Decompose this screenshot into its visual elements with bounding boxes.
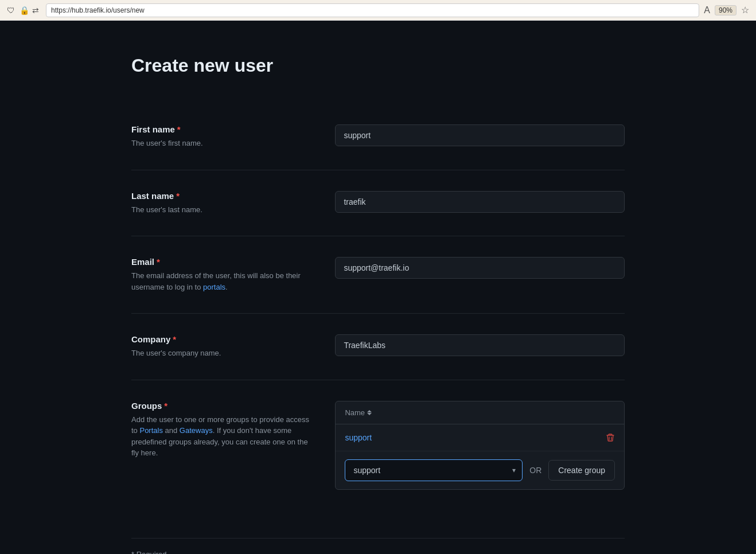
email-input-wrapper — [335, 257, 625, 279]
email-label-section: Email* The email address of the user, th… — [131, 257, 312, 292]
last-name-label: Last name* — [131, 191, 312, 201]
create-group-button[interactable]: Create group — [548, 460, 615, 481]
gateways-link[interactable]: Gateways — [180, 426, 213, 435]
bookmark-icon[interactable]: ☆ — [741, 5, 749, 15]
required-marker: * — [177, 124, 181, 134]
groups-label-section: Groups* Add the user to one or more grou… — [131, 401, 312, 459]
company-label: Company* — [131, 334, 312, 344]
last-name-row: Last name* The user's last name. — [131, 170, 625, 237]
company-row: Company* The user's company name. — [131, 314, 625, 380]
group-select-wrapper: support ▾ — [345, 459, 523, 481]
portals-link[interactable]: portals — [203, 283, 225, 291]
company-input-wrapper — [335, 334, 625, 356]
last-name-label-section: Last name* The user's last name. — [131, 191, 312, 216]
url-text: https://hub.traefik.io/users/new — [51, 6, 145, 14]
first-name-label-section: First name* The user's first name. — [131, 124, 312, 149]
email-input[interactable] — [335, 257, 625, 279]
groups-row: Groups* Add the user to one or more grou… — [131, 380, 625, 510]
first-name-input[interactable] — [335, 124, 625, 146]
browser-bar: 🛡 🔒 ⇄ https://hub.traefik.io/users/new A… — [0, 0, 756, 21]
group-table-row: support — [336, 424, 624, 451]
first-name-label: First name* — [131, 124, 312, 134]
sort-icon — [367, 410, 372, 415]
email-row: Email* The email address of the user, th… — [131, 236, 625, 314]
group-name-cell: support — [345, 433, 372, 442]
form-footer: * Required Cancel Create — [131, 538, 625, 555]
company-label-section: Company* The user's company name. — [131, 334, 312, 359]
page-container: Create new user First name* The user's f… — [120, 21, 636, 554]
portals-link2[interactable]: Portals — [139, 426, 162, 435]
company-input[interactable] — [335, 334, 625, 356]
company-description: The user's company name. — [131, 348, 312, 359]
browser-icons: 🛡 🔒 ⇄ — [7, 6, 41, 15]
required-note: * Required — [131, 550, 625, 555]
first-name-description: The user's first name. — [131, 138, 312, 149]
page-title: Create new user — [131, 55, 625, 76]
email-label: Email* — [131, 257, 312, 267]
delete-group-button[interactable] — [606, 432, 615, 443]
first-name-input-wrapper — [335, 124, 625, 146]
groups-label: Groups* — [131, 401, 312, 411]
required-marker: * — [176, 191, 180, 201]
last-name-description: The user's last name. — [131, 204, 312, 216]
shield-icon: 🛡 — [7, 6, 16, 15]
groups-table-header: Name — [336, 401, 624, 424]
translate-icon: A — [704, 5, 710, 15]
or-separator: OR — [529, 466, 541, 475]
lock-icon: 🔒 — [20, 6, 29, 15]
groups-add-row: support ▾ OR Create group — [336, 451, 624, 489]
address-bar[interactable]: https://hub.traefik.io/users/new — [46, 3, 699, 17]
groups-description: Add the user to one or more groups to pr… — [131, 414, 312, 459]
last-name-input[interactable] — [335, 191, 625, 213]
first-name-row: First name* The user's first name. — [131, 104, 625, 170]
required-marker: * — [157, 257, 160, 267]
email-description: The email address of the user, this will… — [131, 270, 312, 292]
required-marker: * — [173, 334, 176, 344]
connection-icon: ⇄ — [32, 6, 41, 15]
groups-name-column-header: Name — [345, 408, 365, 417]
last-name-input-wrapper — [335, 191, 625, 213]
groups-table: Name support support — [335, 401, 625, 490]
required-marker: * — [164, 401, 167, 411]
browser-right: A 90% ☆ — [704, 5, 749, 15]
zoom-level: 90% — [715, 5, 736, 15]
group-select[interactable]: support — [345, 459, 523, 481]
